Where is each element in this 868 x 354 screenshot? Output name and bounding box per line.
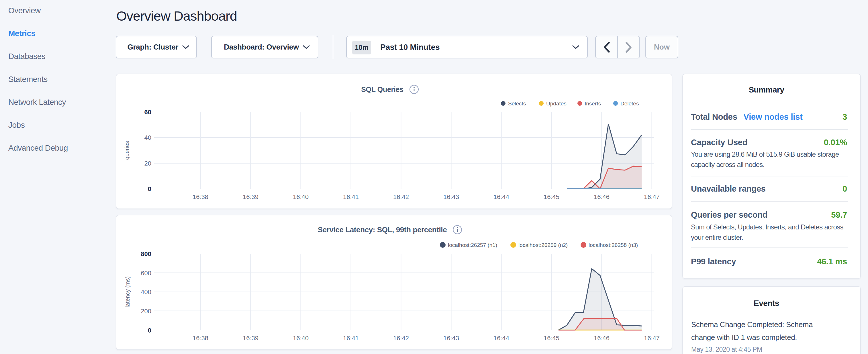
svg-text:16:44: 16:44 xyxy=(493,193,509,200)
svg-text:latency (ms): latency (ms) xyxy=(124,277,131,308)
svg-text:16:45: 16:45 xyxy=(544,334,559,342)
svg-text:16:46: 16:46 xyxy=(594,193,610,200)
svg-text:16:43: 16:43 xyxy=(443,193,459,200)
svg-text:16:40: 16:40 xyxy=(293,193,309,200)
svg-text:0: 0 xyxy=(148,185,151,192)
svg-text:16:38: 16:38 xyxy=(192,334,208,342)
svg-text:0: 0 xyxy=(148,327,151,334)
svg-text:600: 600 xyxy=(141,269,151,277)
svg-text:16:41: 16:41 xyxy=(343,193,359,200)
svg-text:localhost:26257 (n1): localhost:26257 (n1) xyxy=(448,242,497,248)
svg-text:16:46: 16:46 xyxy=(594,334,610,342)
svg-text:16:40: 16:40 xyxy=(293,334,309,342)
svg-text:queries: queries xyxy=(124,141,130,160)
svg-text:Updates: Updates xyxy=(546,100,566,106)
svg-text:Selects: Selects xyxy=(508,100,526,106)
svg-text:16:42: 16:42 xyxy=(393,193,409,200)
svg-text:Deletes: Deletes xyxy=(620,100,639,106)
svg-text:200: 200 xyxy=(141,308,151,315)
svg-text:400: 400 xyxy=(141,288,151,296)
svg-text:16:41: 16:41 xyxy=(343,334,359,342)
svg-text:16:39: 16:39 xyxy=(243,334,258,342)
svg-text:16:43: 16:43 xyxy=(443,334,459,342)
svg-text:40: 40 xyxy=(145,134,151,141)
svg-text:Inserts: Inserts xyxy=(585,100,601,106)
svg-text:16:39: 16:39 xyxy=(243,193,258,200)
svg-text:800: 800 xyxy=(141,250,151,257)
svg-text:16:42: 16:42 xyxy=(393,334,409,342)
svg-text:20: 20 xyxy=(145,160,151,167)
svg-text:16:44: 16:44 xyxy=(493,334,509,342)
svg-text:60: 60 xyxy=(145,108,151,116)
svg-text:localhost:26258 (n3): localhost:26258 (n3) xyxy=(589,242,638,248)
svg-text:16:47: 16:47 xyxy=(644,193,660,200)
svg-text:localhost:26259 (n2): localhost:26259 (n2) xyxy=(518,242,568,248)
svg-text:16:45: 16:45 xyxy=(544,193,559,200)
svg-text:16:47: 16:47 xyxy=(644,334,660,342)
svg-text:16:38: 16:38 xyxy=(192,193,208,200)
